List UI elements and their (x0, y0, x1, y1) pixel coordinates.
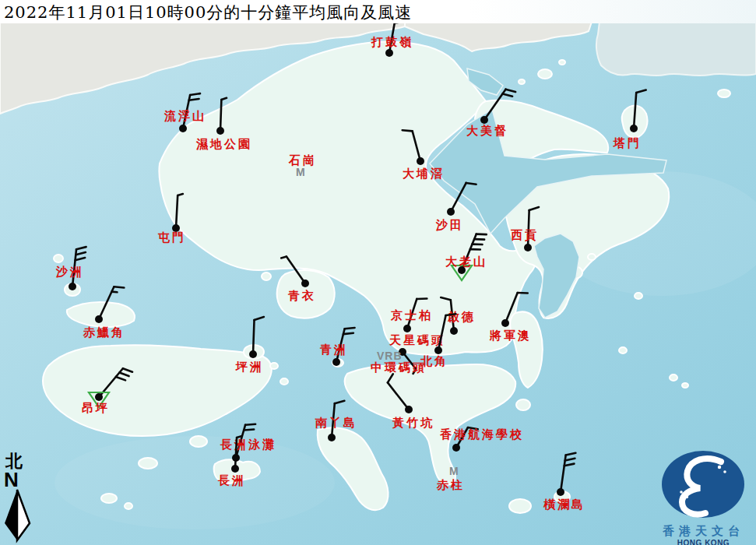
station-dot-ta-kwu-ling (385, 49, 393, 57)
station-label-lamma-island: 南丫島 (315, 417, 357, 430)
station-label-sha-chau: 沙洲 (56, 265, 84, 279)
station-dot-kings-park (403, 325, 411, 332)
station-dot-green-island (332, 358, 340, 366)
station-label-ngong-ping: 昂坪 (82, 402, 110, 415)
map-title: 2022年11月01日10時00分的十分鐘平均風向及風速 (4, 2, 412, 23)
station-label-green-island: 青洲 (320, 343, 348, 357)
north-compass: 北 N (2, 453, 37, 545)
station-label-wong-chuk-hang: 黃竹坑 (392, 417, 434, 430)
station-dot-cheung-chau (231, 465, 239, 473)
station-dot-lamma-island (328, 434, 336, 441)
station-label-kai-tak: 啟德 (448, 311, 476, 324)
station-layer: 打鼓嶺流浮山濕地公園石崗M大美督塔門大埔滘沙田屯門西貢沙洲大老山青衣赤鱲角京士柏… (0, 0, 756, 545)
station-dot-sha-chau (69, 283, 76, 290)
station-dot-sha-tin (447, 208, 455, 216)
station-dot-north-point (434, 346, 442, 354)
hko-logo: 香港天文台 HONG KONG OBSERVATORY (651, 448, 756, 545)
wind-map-screen: 2022年11月01日10時00分的十分鐘平均風向及風速 打鼓嶺流浮山濕地公園石… (0, 0, 756, 545)
station-label-tuen-mun: 屯門 (158, 231, 186, 244)
station-dot-sea-school (452, 444, 460, 452)
compass-north-letter: N (4, 470, 37, 489)
station-dot-wong-chuk-hang (405, 406, 413, 413)
station-note-central-pier: VRB (377, 350, 403, 362)
station-label-cheung-chau: 長洲 (218, 474, 246, 487)
north-arrow-icon (2, 489, 32, 543)
station-label-tsing-yi: 青衣 (288, 290, 316, 303)
station-label-tai-po-kau: 大埔滘 (403, 167, 445, 181)
station-dot-sai-kung (524, 244, 532, 251)
station-label-ta-kwu-ling: 打鼓嶺 (371, 36, 413, 49)
station-label-tai-mei-tuk: 大美督 (466, 125, 508, 138)
station-label-peng-chau: 坪洲 (236, 360, 264, 374)
station-dot-kai-tak (450, 327, 458, 335)
station-label-central-pier: 中環碼頭 (371, 361, 427, 374)
station-note-shek-kong: M (296, 166, 306, 178)
station-dot-chek-lap-kok (95, 315, 103, 323)
station-dot-waglan-island (557, 488, 564, 496)
station-label-tap-mun: 塔門 (614, 137, 642, 150)
station-dot-tsing-yi (301, 280, 309, 287)
station-label-sha-tin: 沙田 (436, 219, 464, 232)
station-dot-lau-fau-shan (179, 125, 187, 132)
station-label-star-ferry: 天星碼頭 (389, 334, 445, 347)
station-dot-wetland-park (216, 127, 224, 135)
hko-logo-icon (651, 448, 756, 520)
station-label-sea-school: 香港航海學校 (440, 428, 524, 441)
station-label-wetland-park: 濕地公園 (196, 138, 252, 151)
station-dot-tap-mun (630, 125, 638, 132)
station-dot-tai-mei-tuk (480, 116, 488, 124)
station-label-sai-kung: 西貢 (511, 229, 539, 242)
station-dot-peng-chau (249, 350, 257, 358)
station-label-tseung-kwan-o: 將軍澳 (490, 329, 532, 343)
hko-name-chinese: 香港天文台 (651, 524, 756, 539)
hko-name-english: HONG KONG OBSERVATORY (651, 539, 756, 545)
station-label-kings-park: 京士柏 (391, 309, 433, 322)
station-label-lau-fau-shan: 流浮山 (164, 110, 206, 123)
station-label-stanley: 赤柱 (437, 479, 465, 492)
station-label-cheung-chau-beach: 長洲泳灘 (220, 438, 276, 452)
station-label-chek-lap-kok: 赤鱲角 (83, 326, 125, 339)
station-note-stanley: M (449, 465, 459, 477)
station-dot-tai-po-kau (417, 157, 424, 165)
station-label-waglan-island: 橫瀾島 (543, 498, 585, 512)
station-label-tates-cairn: 大老山 (445, 255, 487, 269)
station-dot-ngong-ping (95, 393, 103, 401)
title-bar: 2022年11月01日10時00分的十分鐘平均風向及風速 (0, 0, 756, 23)
station-dot-tseung-kwan-o (501, 319, 509, 327)
